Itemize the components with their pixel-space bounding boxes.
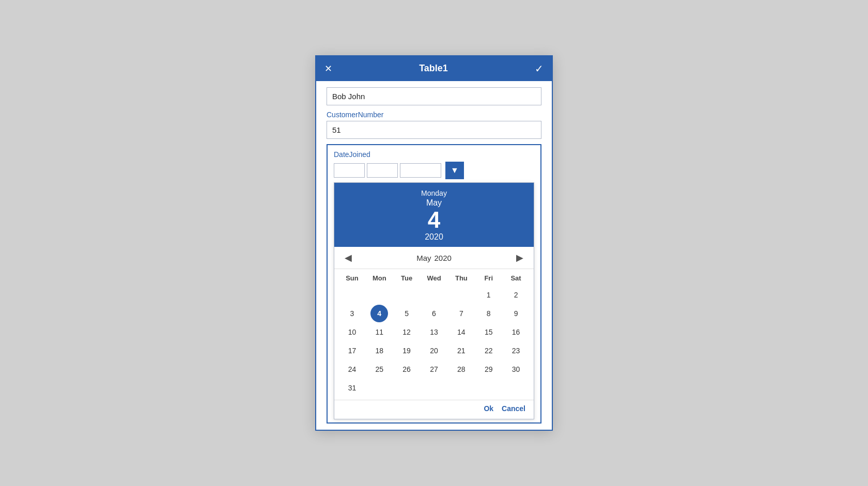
table-row: [453, 286, 470, 304]
table-row: [370, 286, 388, 304]
dow-thu: Thu: [447, 272, 475, 284]
customer-number-label: CustomerNumber: [327, 111, 541, 119]
table-row[interactable]: 10: [343, 323, 361, 341]
panel: ✕ Table1 ✓ CustomerNumber DateJoined ▼: [315, 55, 553, 431]
table-row[interactable]: 7: [453, 305, 470, 322]
table-row[interactable]: 28: [453, 360, 470, 378]
table-row[interactable]: 27: [425, 360, 443, 378]
calendar-nav-label: May 2020: [416, 254, 452, 262]
calendar-header: Monday May 4 2020: [334, 183, 534, 247]
confirm-button[interactable]: ✓: [535, 64, 544, 74]
table-row[interactable]: 12: [398, 323, 415, 341]
table-row: [398, 379, 415, 397]
dow-fri: Fri: [475, 272, 502, 284]
dow-tue: Tue: [393, 272, 421, 284]
dow-sat: Sat: [502, 272, 530, 284]
table-row[interactable]: 29: [480, 360, 498, 378]
date-joined-container: DateJoined ▼ Monday May 4 2020 ◀: [327, 144, 541, 424]
title-bar: ✕ Table1 ✓: [316, 56, 552, 81]
table-row: [370, 379, 388, 397]
table-row[interactable]: 20: [425, 342, 443, 359]
table-row: [398, 286, 415, 304]
table-row: [425, 286, 443, 304]
ok-button[interactable]: Ok: [484, 404, 493, 413]
nav-month: May: [416, 254, 431, 262]
calendar-popup: Monday May 4 2020 ◀ May 2020 ▶ Sun: [334, 182, 534, 419]
dow-header-row: Sun Mon Tue Wed Thu Fri Sat: [334, 269, 534, 285]
month-input[interactable]: [334, 163, 365, 178]
calendar-header-year: 2020: [334, 232, 534, 242]
calendar-header-day: Monday: [334, 189, 534, 197]
prev-month-button[interactable]: ◀: [342, 251, 355, 264]
table-row[interactable]: 13: [425, 323, 443, 341]
calendar-nav: ◀ May 2020 ▶: [334, 247, 534, 269]
table-row[interactable]: 22: [480, 342, 498, 359]
customer-number-field-group: CustomerNumber: [327, 111, 541, 139]
table-row[interactable]: 24: [343, 360, 361, 378]
table-row[interactable]: 8: [480, 305, 498, 322]
table-row[interactable]: 16: [507, 323, 525, 341]
table-row[interactable]: 31: [343, 379, 361, 397]
table-row[interactable]: 2: [507, 286, 525, 304]
panel-title: Table1: [419, 63, 448, 74]
panel-body: CustomerNumber DateJoined ▼ Monday May 4…: [316, 81, 552, 430]
dow-mon: Mon: [366, 272, 393, 284]
table-row: [425, 379, 443, 397]
table-row[interactable]: 15: [480, 323, 498, 341]
dow-wed: Wed: [421, 272, 448, 284]
table-row[interactable]: 17: [343, 342, 361, 359]
next-month-button[interactable]: ▶: [513, 251, 526, 264]
name-input[interactable]: [327, 87, 541, 105]
table-row[interactable]: 25: [370, 360, 388, 378]
table-row[interactable]: 9: [507, 305, 525, 322]
close-button[interactable]: ✕: [324, 64, 332, 73]
cancel-button[interactable]: Cancel: [502, 404, 525, 413]
table-row: [507, 379, 525, 397]
date-joined-label: DateJoined: [334, 150, 534, 159]
day-input[interactable]: [367, 163, 398, 178]
table-row[interactable]: 30: [507, 360, 525, 378]
date-input-row: ▼: [334, 162, 534, 179]
dow-sun: Sun: [338, 272, 366, 284]
year-input[interactable]: [400, 163, 441, 178]
table-row[interactable]: 23: [507, 342, 525, 359]
name-field-group: [327, 87, 541, 105]
table-row[interactable]: 26: [398, 360, 415, 378]
table-row[interactable]: 5: [398, 305, 415, 322]
table-row[interactable]: 1: [480, 286, 498, 304]
calendar-header-date: 4: [334, 208, 534, 232]
table-row[interactable]: 11: [370, 323, 388, 341]
table-row[interactable]: 14: [453, 323, 470, 341]
calendar-footer: Ok Cancel: [334, 400, 534, 419]
table-row[interactable]: 3: [343, 305, 361, 322]
days-grid: 1234567891011121314151617181920212223242…: [334, 285, 534, 400]
table-row: [453, 379, 470, 397]
nav-year: 2020: [434, 254, 451, 262]
table-row[interactable]: 6: [425, 305, 443, 322]
table-row[interactable]: 18: [370, 342, 388, 359]
table-row[interactable]: 4: [370, 305, 388, 322]
table-row: [343, 286, 361, 304]
calendar-header-month: May: [334, 198, 534, 208]
table-row: [480, 379, 498, 397]
table-row[interactable]: 19: [398, 342, 415, 359]
calendar-dropdown-button[interactable]: ▼: [445, 162, 464, 179]
table-row[interactable]: 21: [453, 342, 470, 359]
customer-number-input[interactable]: [327, 121, 541, 139]
